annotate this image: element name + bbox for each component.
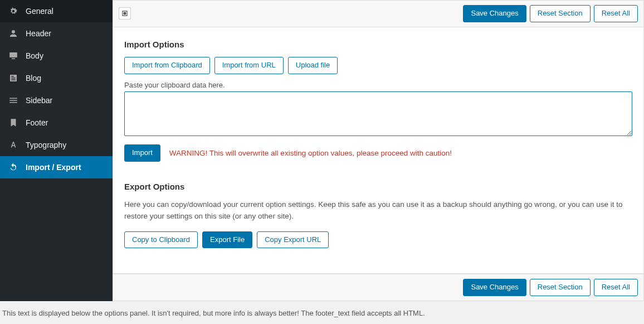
reset-section-button[interactable]: Reset Section <box>530 5 591 22</box>
sidebar-item-typography[interactable]: Typography <box>0 134 113 156</box>
import-from-clipboard-button[interactable]: Import from Clipboard <box>124 57 210 74</box>
sidebar-item-blog[interactable]: Blog <box>0 67 113 89</box>
font-icon <box>8 139 19 151</box>
sidebar-item-label: Sidebar <box>26 96 52 105</box>
bottom-toolbar: Save Changes Reset Section Reset All <box>113 274 644 301</box>
save-changes-button-bottom[interactable]: Save Changes <box>463 279 526 296</box>
sidebar-item-general[interactable]: General <box>0 0 113 22</box>
copy-export-url-button[interactable]: Copy Export URL <box>257 231 329 249</box>
import-options-title: Import Options <box>124 40 632 49</box>
sidebar-item-label: Typography <box>26 141 66 149</box>
expand-toggle-button[interactable] <box>119 7 131 20</box>
sidebar-item-body[interactable]: Body <box>0 45 113 67</box>
monitor-icon <box>8 50 19 61</box>
blog-icon <box>8 72 19 84</box>
top-toolbar: Save Changes Reset Section Reset All <box>113 0 644 27</box>
sidebar-item-label: Body <box>26 51 43 60</box>
reset-section-button-bottom[interactable]: Reset Section <box>530 279 591 296</box>
sidebar-item-header[interactable]: Header <box>0 22 113 45</box>
menu-icon <box>8 95 19 106</box>
import-button[interactable]: Import <box>124 144 160 162</box>
upload-file-button[interactable]: Upload file <box>288 57 338 74</box>
gear-icon <box>8 6 19 17</box>
export-options-title: Export Options <box>124 182 632 191</box>
reset-all-button[interactable]: Reset All <box>594 5 638 22</box>
reset-all-button-bottom[interactable]: Reset All <box>594 279 638 296</box>
import-warning: WARNING! This will overwrite all existin… <box>169 149 452 157</box>
export-buttons-row: Copy to Clipboard Export File Copy Expor… <box>124 231 632 249</box>
export-file-button[interactable]: Export File <box>202 231 252 249</box>
import-from-url-button[interactable]: Import from URL <box>214 57 284 74</box>
bookmark-icon <box>8 117 19 128</box>
import-action-row: Import WARNING! This will overwrite all … <box>124 144 632 162</box>
sidebar-item-import-export[interactable]: Import / Export <box>0 156 113 178</box>
sidebar-item-sidebar[interactable]: Sidebar <box>0 89 113 112</box>
save-changes-button[interactable]: Save Changes <box>463 5 526 22</box>
import-textarea[interactable] <box>124 91 632 136</box>
import-buttons-row: Import from Clipboard Import from URL Up… <box>124 57 632 74</box>
refresh-icon <box>8 162 19 173</box>
copy-to-clipboard-button[interactable]: Copy to Clipboard <box>124 231 198 249</box>
sidebar-item-label: General <box>26 7 53 16</box>
footer-note: This text is displayed below the options… <box>2 309 425 317</box>
import-hint: Paste your clipboard data here. <box>124 81 632 89</box>
sidebar-item-label: Footer <box>26 118 48 127</box>
user-icon <box>8 28 19 39</box>
sidebar-item-label: Import / Export <box>26 163 81 172</box>
sidebar-item-label: Blog <box>26 74 41 83</box>
export-description: Here you can copy/download your current … <box>124 199 632 223</box>
sidebar: General Header Body Blog Sidebar <box>0 0 113 301</box>
sidebar-item-label: Header <box>26 29 51 38</box>
options-content: Import Options Import from Clipboard Imp… <box>113 27 644 274</box>
sidebar-item-footer[interactable]: Footer <box>0 112 113 134</box>
